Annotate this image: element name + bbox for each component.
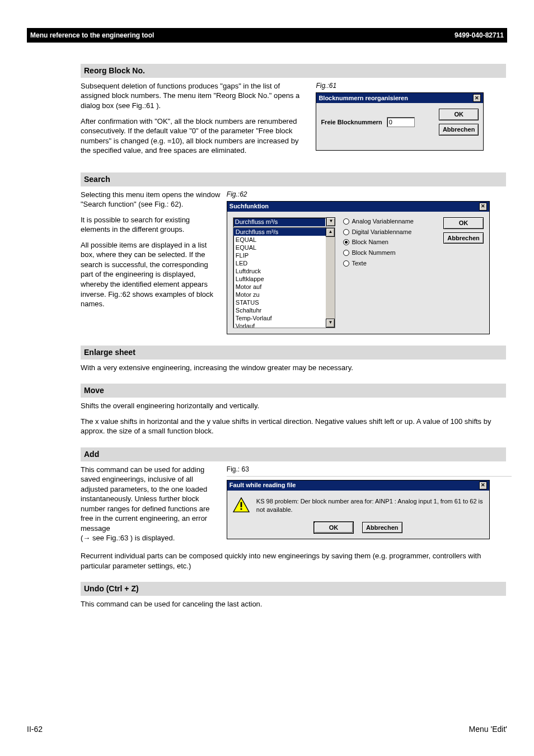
add-p1b: (→ see Fig.:63 ) is displayed.: [81, 533, 221, 543]
move-p1: Shifts the overall engineering horizonta…: [81, 401, 506, 411]
scroll-down-icon[interactable]: ▼: [326, 319, 335, 328]
footer: II-62 Menu 'Edit': [27, 725, 507, 734]
fig61-cancel-button[interactable]: Abbrechen: [439, 124, 479, 136]
dialog-reorg: Blocknummern reorganisieren ✕ Freie Bloc…: [316, 92, 484, 151]
list-item[interactable]: EQUAL: [233, 244, 335, 251]
search-listbox[interactable]: Durchfluss m³/sEQUALEQUALFLIPLEDLuftdruc…: [233, 227, 336, 328]
fig63-cancel-button[interactable]: Abbrechen: [362, 522, 402, 534]
footer-right: Menu 'Edit': [469, 725, 507, 734]
list-item[interactable]: Temp-Vorlauf: [233, 314, 335, 322]
section-title-move: Move: [81, 384, 506, 398]
fig62-cancel-button[interactable]: Abbrechen: [443, 232, 483, 244]
fig63-msg: KS 98 problem: Der block number area for…: [256, 497, 484, 514]
fig62-ok-button[interactable]: OK: [443, 217, 483, 229]
section-title-enlarge: Enlarge sheet: [81, 346, 506, 360]
section-title-add: Add: [81, 447, 506, 461]
add-p2: Recurrent individual parts can be compos…: [81, 551, 506, 571]
fig63-label: Fig.: 63: [227, 465, 512, 474]
section-title-reorg: Reorg Block No.: [81, 64, 506, 78]
radio-blocknummern[interactable]: Block Nummern: [343, 249, 435, 257]
header-right: 9499-040-82711: [455, 31, 504, 39]
list-item[interactable]: Durchfluss m³/s: [233, 228, 335, 236]
chevron-down-icon[interactable]: ▼: [326, 217, 335, 226]
close-icon[interactable]: ✕: [479, 203, 487, 211]
fig61-label: Fig.:61: [316, 81, 512, 90]
section-title-undo: Undo (Ctrl + Z): [81, 582, 506, 596]
close-icon[interactable]: ✕: [479, 482, 487, 489]
search-p1: Selecting this menu item opens the windo…: [81, 190, 221, 209]
fig61-ok-button[interactable]: OK: [439, 109, 479, 120]
dialog-fault: Fault while reading file ✕ KS 98 problem…: [227, 480, 490, 540]
list-item[interactable]: Motor zu: [233, 291, 335, 298]
list-item[interactable]: STATUS: [233, 298, 335, 306]
scrollbar[interactable]: ▲ ▼: [326, 228, 335, 328]
free-block-input[interactable]: 0: [387, 117, 415, 127]
fig62-title: Suchfunktion: [229, 202, 269, 211]
list-item[interactable]: EQUAL: [233, 236, 335, 244]
fig61-field-label: Freie Blocknummern: [321, 118, 382, 127]
undo-p1: This command can be used for canceling t…: [81, 599, 506, 609]
search-p3: All possible items are displayed in a li…: [81, 240, 221, 309]
svg-rect-2: [240, 508, 242, 510]
list-item[interactable]: Schaltuhr: [233, 306, 335, 314]
radio-texte[interactable]: Texte: [343, 259, 435, 268]
scroll-up-icon[interactable]: ▲: [326, 228, 335, 237]
list-item[interactable]: Vorlauf: [233, 322, 335, 328]
move-p2: The x value shifts in horizontal and the…: [81, 417, 506, 436]
fig63-ok-button[interactable]: OK: [314, 522, 353, 534]
fig61-title: Blocknummern reorganisieren: [318, 94, 408, 102]
radio-analog[interactable]: Analog Variablenname: [343, 217, 435, 226]
list-item[interactable]: FLIP: [233, 251, 335, 259]
close-icon[interactable]: ✕: [473, 94, 481, 102]
list-item[interactable]: Luftdruck: [233, 267, 335, 275]
radio-digital[interactable]: Digital Variablenname: [343, 228, 435, 236]
section-title-search: Search: [81, 172, 506, 186]
list-item[interactable]: Motor auf: [233, 283, 335, 291]
warning-icon: [233, 497, 250, 513]
dialog-search: Suchfunktion ✕ Durchfluss m³/s ▼ Durchfl…: [227, 201, 490, 334]
reorg-p1: Subsequent deletion of functions produce…: [81, 81, 310, 111]
svg-rect-1: [240, 502, 242, 507]
add-p1: This command can be used for adding save…: [81, 465, 221, 534]
reorg-p2: After confirmation with "OK", all the bl…: [81, 116, 310, 156]
fig62-label: Fig.:62: [227, 190, 512, 199]
list-item[interactable]: LED: [233, 259, 335, 267]
footer-left: II-62: [27, 725, 43, 734]
header-bar: Menu reference to the engineering tool 9…: [27, 28, 507, 43]
list-item[interactable]: Luftklappe: [233, 275, 335, 283]
radio-blocknamen[interactable]: Block Namen: [343, 238, 435, 246]
search-p2: It is possible to search for existing el…: [81, 215, 221, 235]
fig63-title: Fault while reading file: [229, 481, 296, 489]
header-left: Menu reference to the engineering tool: [30, 31, 154, 39]
search-combo[interactable]: Durchfluss m³/s: [233, 217, 327, 227]
enlarge-p1: With a very extensive engineering, incre…: [81, 363, 506, 373]
